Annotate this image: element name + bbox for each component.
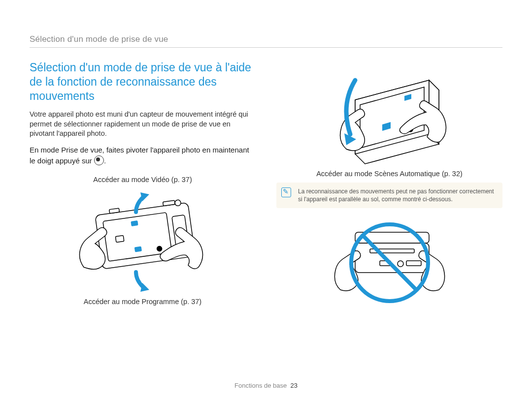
svg-rect-24: [406, 261, 421, 266]
illustration-parallel-ground: [276, 216, 502, 309]
left-column: Sélection d'un mode de prise de vue à l'…: [30, 61, 256, 310]
instruction: En mode Prise de vue, faites pivoter l'a…: [30, 145, 256, 167]
camera-tilt-side-icon: [311, 61, 468, 169]
note-box: La reconnaissance des mouvements peut ne…: [276, 183, 502, 208]
illustration-tilt-side: [276, 61, 502, 169]
camera-tilt-vertical-icon: [76, 188, 209, 297]
header-rule: [30, 47, 502, 48]
right-column: Accéder au mode Scènes Automatique (p. 3…: [276, 61, 502, 310]
svg-rect-6: [115, 235, 124, 242]
note-icon: [281, 187, 291, 197]
svg-rect-4: [131, 220, 138, 226]
instruction-text-pre: En mode Prise de vue, faites pivoter l'a…: [30, 146, 249, 165]
note-text: La reconnaissance des mouvements peut ne…: [298, 188, 494, 203]
svg-rect-20: [355, 243, 429, 273]
content-columns: Sélection d'un mode de prise de vue à l'…: [30, 61, 502, 310]
mode-icon: [94, 155, 104, 165]
footer-label: Fonctions de base: [234, 382, 287, 389]
caption-video: Accéder au mode Vidéo (p. 37): [30, 176, 256, 184]
page: Sélection d'un mode de prise de vue Séle…: [0, 0, 532, 401]
svg-rect-5: [134, 247, 141, 252]
page-number: 23: [291, 382, 298, 389]
page-footer: Fonctions de base 23: [0, 382, 532, 389]
svg-point-9: [174, 200, 181, 207]
svg-point-3: [157, 246, 162, 251]
svg-point-23: [398, 261, 403, 267]
instruction-text-post: .: [104, 156, 106, 165]
caption-program: Accéder au mode Programme (p. 37): [30, 298, 256, 306]
section-title: Sélection d'un mode de prise de vue à l'…: [30, 61, 256, 103]
body-text: Votre appareil photo est muni d'un capte…: [30, 110, 256, 139]
camera-parallel-forbidden-icon: [321, 216, 459, 309]
running-head: Sélection d'un mode de prise de vue: [30, 34, 502, 44]
caption-scene: Accéder au mode Scènes Automatique (p. 3…: [276, 170, 502, 178]
illustration-tilt-vertical: [30, 188, 256, 297]
svg-rect-7: [109, 208, 119, 214]
